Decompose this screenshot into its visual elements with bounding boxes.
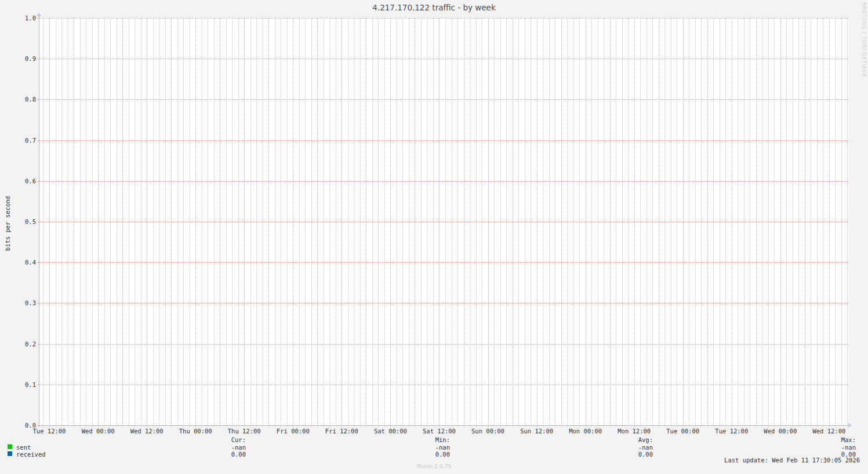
grid-minor-vline (232, 18, 233, 427)
x-tick-label: Wed 12:00 (130, 428, 164, 435)
grid-minor-vline (713, 18, 714, 427)
grid-minor-vline (287, 18, 288, 427)
grid-minor-vline (384, 18, 385, 427)
y-tick-label: 0.4 (10, 259, 36, 266)
legend-color-received (8, 451, 12, 456)
grid-major-vline (732, 18, 732, 427)
grid-minor-vline (798, 18, 799, 427)
grid-major-hline (38, 385, 848, 385)
grid-minor-vline (744, 18, 744, 427)
grid-major-vline (805, 18, 805, 427)
grid-minor-vline (445, 18, 446, 427)
grid-major-vline (317, 18, 318, 427)
grid-major-vline (268, 18, 269, 427)
grid-major-vline (390, 18, 391, 427)
grid-minor-vline (68, 18, 68, 427)
grid-minor-vline (397, 18, 397, 427)
grid-major-hline (38, 59, 848, 59)
grid-minor-vline (793, 18, 793, 427)
grid-minor-vline (238, 18, 239, 427)
grid-major-hline (38, 222, 848, 222)
x-tick-label: Thu 12:00 (228, 428, 261, 435)
grid-major-vline (195, 18, 196, 427)
grid-minor-vline (786, 18, 787, 427)
grid-major-hline (38, 99, 848, 100)
grid-major-vline (659, 18, 659, 427)
grid-minor-vline (622, 18, 623, 427)
grid-minor-vline (567, 18, 568, 427)
grid-minor-vline (531, 18, 531, 427)
x-tick-label: Wed 00:00 (764, 428, 797, 435)
grid-minor-vline (750, 18, 750, 427)
grid-minor-vline (689, 18, 689, 427)
munin-traffic-graph: { "watermark_right": "RRDTOOL / TOBI OET… (0, 0, 868, 474)
grid-minor-vline (141, 18, 141, 427)
grid-minor-vline (811, 18, 811, 427)
stat-header: Max: (786, 436, 856, 443)
y-axis-arrow-icon (37, 13, 41, 16)
y-tick-label: 0.0 (10, 422, 36, 429)
grid-minor-vline (543, 18, 543, 427)
grid-minor-vline (378, 18, 379, 427)
grid-minor-vline (190, 18, 190, 427)
grid-major-hline (38, 303, 848, 303)
rrdtool-watermark: RRDTOOL / TOBI OETIKER (861, 2, 866, 77)
grid-minor-vline (305, 18, 306, 427)
x-tick-label: Mon 00:00 (569, 428, 602, 435)
grid-major-vline (464, 18, 464, 427)
grid-minor-vline (774, 18, 775, 427)
grid-minor-vline (738, 18, 738, 427)
grid-minor-vline (500, 18, 501, 427)
grid-minor-vline (360, 18, 361, 427)
grid-major-vline (488, 18, 489, 427)
grid-minor-vline (841, 18, 842, 427)
grid-major-vline (586, 18, 586, 427)
grid-major-vline (610, 18, 611, 427)
grid-minor-vline (165, 18, 166, 427)
grid-minor-vline (263, 18, 263, 427)
grid-minor-vline (427, 18, 427, 427)
grid-minor-vline (177, 18, 178, 427)
stat-value-received: 0.00 (380, 451, 450, 458)
grid-minor-vline (664, 18, 665, 427)
stat-value-sent: -nan (380, 444, 450, 451)
grid-minor-vline (409, 18, 409, 427)
x-tick-label: Wed 12:00 (812, 428, 845, 435)
x-tick-label: Sun 00:00 (471, 428, 504, 435)
grid-minor-vline (817, 18, 818, 427)
x-tick-label: Sat 12:00 (423, 428, 456, 435)
grid-major-vline (756, 18, 757, 427)
chart-title: 4.217.170.122 traffic - by week (0, 3, 868, 12)
stat-header: Avg: (583, 436, 653, 443)
x-axis-arrow-icon (848, 423, 852, 428)
grid-minor-vline (372, 18, 373, 427)
grid-minor-vline (281, 18, 281, 427)
grid-major-hline (38, 344, 848, 345)
grid-minor-vline (214, 18, 215, 427)
grid-minor-vline (604, 18, 604, 427)
grid-minor-vline (104, 18, 105, 427)
x-axis-line (37, 425, 848, 426)
grid-major-hline (38, 181, 848, 182)
x-tick-label: Wed 00:00 (82, 428, 115, 435)
munin-version-text: Munin 2.0.75 (0, 464, 868, 469)
grid-minor-vline (616, 18, 616, 427)
grid-minor-vline (61, 18, 62, 427)
grid-minor-vline (720, 18, 720, 427)
grid-minor-vline (518, 18, 519, 427)
grid-minor-vline (92, 18, 93, 427)
y-axis-line (39, 16, 39, 427)
grid-major-vline (122, 18, 123, 427)
grid-minor-vline (768, 18, 769, 427)
grid-minor-vline (159, 18, 159, 427)
grid-minor-vline (226, 18, 227, 427)
y-tick-label: 1.0 (10, 15, 36, 21)
stat-header: Cur: (176, 436, 246, 443)
grid-minor-vline (117, 18, 117, 427)
grid-major-vline (707, 18, 708, 427)
grid-minor-vline (652, 18, 653, 427)
y-tick-label: 0.8 (10, 96, 36, 103)
grid-major-vline (683, 18, 684, 427)
grid-minor-vline (525, 18, 525, 427)
grid-minor-vline (695, 18, 696, 427)
